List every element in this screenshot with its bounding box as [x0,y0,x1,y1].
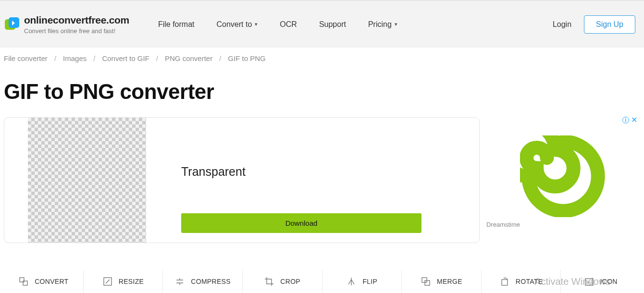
transparent-checker-icon [28,118,146,243]
breadcrumb-current: GIF to PNG [228,54,265,62]
preview-label: Transparent [181,165,468,179]
tool-resize-label: RESIZE [119,278,144,285]
svg-text:ico: ico [587,281,592,284]
brand-tagline: Convert files online free and fast! [24,27,129,35]
convert-icon [18,276,29,287]
tool-merge-label: MERGE [437,278,462,285]
login-link[interactable]: Login [553,20,571,29]
tool-convert[interactable]: CONVERT [4,270,83,293]
rotate-icon [499,276,510,287]
breadcrumb-file-converter[interactable]: File converter [4,54,48,62]
breadcrumb-separator: / [93,54,95,62]
tool-crop[interactable]: CROP [242,270,322,293]
breadcrumb-separator: / [156,54,158,62]
tool-compress-label: COMPRESS [191,278,231,285]
breadcrumb: File converter / Images / Convert to GIF… [0,48,644,69]
nav-convert-to-label: Convert to [217,20,252,29]
nav-pricing[interactable]: Pricing ▾ [368,20,397,29]
nav-convert-to[interactable]: Convert to ▾ [217,20,258,29]
brand-name: onlineconvertfree.com [24,14,129,26]
tool-flip[interactable]: FLIP [322,270,402,293]
compress-icon [174,276,185,287]
crop-icon [264,276,274,287]
page-title: GIF to PNG converter [0,69,644,117]
nav-support[interactable]: Support [319,20,346,29]
breadcrumb-convert-to-gif[interactable]: Convert to GIF [102,54,149,62]
tools-toolbar: CONVERT RESIZE COMPRESS CROP FLIP MERGE … [0,270,644,293]
tool-resize[interactable]: RESIZE [83,270,163,293]
svg-rect-5 [422,278,427,282]
chevron-down-icon: ▾ [395,21,397,27]
flip-icon [346,276,357,287]
merge-icon [421,276,431,287]
ad-close-icon[interactable]: ✕ [631,116,637,124]
tool-icon-label: ICON [600,278,618,285]
preview-card: Transparent Download [4,117,480,243]
tool-rotate[interactable]: ROTATE [481,270,561,293]
chevron-down-icon: ▾ [255,21,258,27]
svg-rect-7 [502,280,508,285]
brand-logo-icon [4,16,20,33]
preview-thumbnail [4,118,170,243]
ad-caption[interactable]: Dreamstime [486,221,640,228]
icon-tool-icon: ico [584,276,594,287]
tool-crop-label: CROP [280,278,300,285]
tool-convert-label: CONVERT [35,278,68,285]
nav-ocr[interactable]: OCR [280,20,297,29]
tool-flip-label: FLIP [362,278,377,285]
breadcrumb-png-converter[interactable]: PNG converter [165,54,212,62]
main-nav: File format Convert to ▾ OCR Support Pri… [158,20,397,29]
top-navbar: onlineconvertfree.com Convert files onli… [0,0,644,48]
tool-icon[interactable]: ico ICON [560,270,640,293]
ad-sidebar: i ✕ Dreamstime [486,117,640,228]
breadcrumb-separator: / [54,54,56,62]
brand[interactable]: onlineconvertfree.com Convert files onli… [4,14,129,35]
ad-spiral-icon[interactable] [520,135,607,217]
nav-file-format[interactable]: File format [158,20,195,29]
tool-compress[interactable]: COMPRESS [162,270,242,293]
tool-merge[interactable]: MERGE [401,270,481,293]
tool-rotate-label: ROTATE [516,278,543,285]
ad-info-icon[interactable]: i [622,117,629,123]
breadcrumb-separator: / [219,54,221,62]
download-button[interactable]: Download [181,213,421,233]
signup-button[interactable]: Sign Up [584,15,635,34]
ad-controls: i ✕ [622,116,637,124]
svg-rect-6 [425,281,430,285]
breadcrumb-images[interactable]: Images [63,54,87,62]
resize-icon [102,276,113,287]
nav-pricing-label: Pricing [368,20,392,29]
